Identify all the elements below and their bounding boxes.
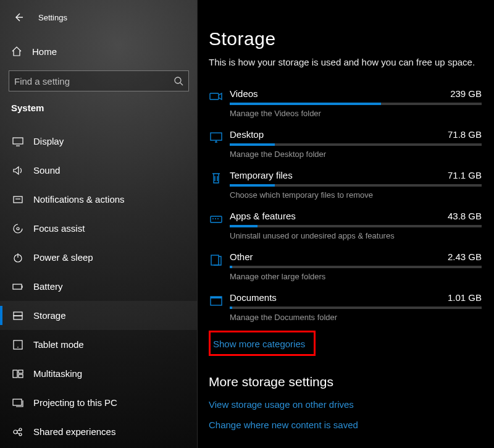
search-input[interactable] — [14, 76, 174, 87]
svg-rect-20 — [211, 255, 219, 265]
storage-category-desktop[interactable]: Desktop71.8 GBManage the Desktop folder — [209, 124, 482, 165]
display-icon — [11, 135, 25, 148]
power-icon — [11, 251, 25, 264]
category-name: Videos — [230, 88, 258, 99]
svg-rect-10 — [13, 370, 17, 378]
category-name: Documents — [230, 292, 277, 303]
sidebar-item-battery[interactable]: Battery — [0, 272, 198, 301]
focus-icon — [11, 222, 25, 235]
sidebar-item-sound[interactable]: Sound — [0, 156, 198, 185]
svg-rect-22 — [211, 297, 222, 298]
category-usage-bar — [230, 266, 482, 268]
search-icon — [174, 76, 183, 86]
category-description: Manage other large folders — [230, 272, 482, 281]
projecting-icon — [11, 396, 25, 410]
svg-rect-8 — [14, 340, 22, 349]
category-description: Manage the Videos folder — [230, 109, 482, 118]
category-name: Apps & features — [230, 211, 296, 221]
category-description: Uninstall unused or undesired apps & fea… — [230, 231, 482, 240]
page-subtitle: This is how your storage is used and how… — [209, 57, 482, 67]
svg-rect-11 — [19, 370, 23, 373]
sidebar-item-label: Sound — [33, 165, 60, 175]
sidebar-item-tablet[interactable]: Tablet mode — [0, 330, 198, 359]
category-name: Desktop — [230, 129, 264, 140]
more-settings-link-1[interactable]: Change where new content is saved — [209, 420, 482, 430]
category-name: Other — [230, 251, 253, 262]
nav-list: DisplaySoundNotifications & actionsFocus… — [0, 127, 198, 446]
main-panel: Storage This is how your storage is used… — [198, 0, 494, 448]
svg-point-16 — [19, 433, 22, 436]
svg-point-15 — [19, 428, 22, 431]
arrow-left-icon — [14, 12, 23, 22]
sidebar-item-label: Focus assist — [33, 223, 85, 234]
storage-category-videos[interactable]: Videos239 GBManage the Videos folder — [209, 83, 482, 124]
category-size: 239 GB — [450, 88, 482, 99]
category-usage-bar — [230, 225, 482, 227]
sidebar-item-label: Notifications & actions — [33, 194, 125, 205]
sidebar-item-shared[interactable]: Shared experiences — [0, 417, 198, 446]
svg-rect-18 — [211, 133, 222, 140]
window-header: Settings — [0, 6, 198, 28]
page-title: Storage — [209, 28, 482, 49]
more-settings-links: View storage usage on other drivesChange… — [209, 399, 482, 430]
svg-rect-13 — [13, 399, 22, 405]
notifications-icon — [11, 193, 25, 206]
sidebar-item-multitasking[interactable]: Multitasking — [0, 359, 198, 388]
temp-icon — [209, 170, 230, 200]
sidebar-item-label: Display — [33, 136, 64, 146]
multitasking-icon — [11, 367, 25, 381]
svg-rect-1 — [13, 138, 23, 144]
svg-point-14 — [14, 430, 17, 434]
category-size: 71.8 GB — [448, 129, 482, 140]
nav-home[interactable]: Home — [0, 38, 198, 64]
other-icon — [209, 251, 230, 281]
sidebar-item-projecting[interactable]: Projecting to this PC — [0, 388, 198, 417]
storage-icon — [11, 309, 25, 323]
sound-icon — [11, 164, 25, 177]
home-icon — [11, 46, 23, 57]
category-usage-bar — [230, 184, 482, 187]
search-box[interactable] — [9, 70, 189, 91]
sidebar-item-focus[interactable]: Focus assist — [0, 214, 198, 243]
apps-icon — [209, 211, 230, 240]
nav-home-label: Home — [32, 46, 57, 57]
storage-category-other[interactable]: Other2.43 GBManage other large folders — [209, 247, 482, 287]
back-button[interactable] — [11, 10, 26, 25]
svg-rect-5 — [13, 284, 22, 289]
svg-rect-12 — [19, 374, 23, 378]
battery-icon — [11, 280, 25, 294]
more-settings-link-0[interactable]: View storage usage on other drives — [209, 399, 482, 410]
sidebar-item-power[interactable]: Power & sleep — [0, 243, 198, 272]
category-size: 71.1 GB — [448, 170, 482, 180]
sidebar-item-label: Battery — [33, 281, 63, 292]
sidebar-item-label: Multitasking — [33, 368, 82, 379]
sidebar-item-notifications[interactable]: Notifications & actions — [0, 185, 198, 214]
svg-rect-7 — [14, 316, 22, 319]
category-description: Choose which temporary files to remove — [230, 190, 482, 200]
category-usage-bar — [230, 103, 482, 105]
svg-rect-2 — [14, 197, 22, 203]
show-more-categories-link[interactable]: Show more categories — [213, 337, 309, 352]
sidebar-item-label: Shared experiences — [33, 426, 115, 437]
category-size: 2.43 GB — [448, 251, 482, 262]
category-name: Temporary files — [230, 170, 293, 180]
sidebar-item-label: Projecting to this PC — [33, 397, 117, 408]
videos-icon — [209, 88, 230, 118]
sidebar-item-label: Tablet mode — [33, 339, 84, 350]
svg-point-3 — [17, 227, 19, 230]
storage-category-apps[interactable]: Apps & features43.8 GBUninstall unused o… — [209, 206, 482, 247]
documents-icon — [209, 292, 230, 322]
svg-rect-6 — [14, 312, 22, 316]
svg-point-0 — [175, 77, 181, 83]
sidebar: Settings Home System DisplaySoundNotific… — [0, 0, 198, 448]
svg-point-9 — [17, 347, 19, 348]
sidebar-item-label: Storage — [33, 310, 66, 321]
tablet-icon — [11, 338, 25, 352]
storage-category-documents[interactable]: Documents1.01 GBManage the Documents fol… — [209, 287, 482, 328]
desktop-icon — [209, 129, 230, 159]
sidebar-item-display[interactable]: Display — [0, 127, 198, 156]
category-size: 43.8 GB — [448, 211, 482, 221]
sidebar-item-storage[interactable]: Storage — [0, 301, 198, 330]
category-usage-bar — [230, 143, 482, 146]
storage-category-temp[interactable]: Temporary files71.1 GBChoose which tempo… — [209, 165, 482, 206]
